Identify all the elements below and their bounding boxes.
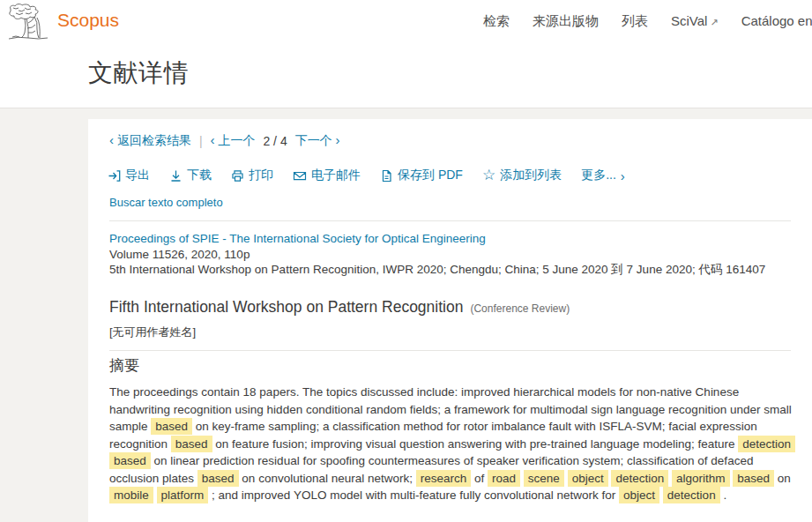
- email-icon: [293, 169, 307, 183]
- previous-document-link[interactable]: ‹ 上一个: [211, 132, 256, 149]
- highlighted-term: platform: [157, 487, 209, 503]
- abstract-text: The proceedings contain 18 papers. The t…: [109, 384, 795, 504]
- back-to-results-link[interactable]: ‹ 返回检索结果: [109, 132, 191, 149]
- chevron-left-icon: ‹: [211, 132, 215, 147]
- highlighted-term: based: [151, 418, 192, 435]
- highlighted-term: research: [416, 470, 472, 487]
- separator: |: [199, 134, 203, 148]
- highlighted-term: based: [733, 470, 774, 487]
- email-button[interactable]: 电子邮件: [293, 168, 361, 183]
- highlighted-term: road: [488, 470, 520, 487]
- source-title-link[interactable]: Proceedings of SPIE - The International …: [109, 232, 486, 245]
- highlighted-term: object: [619, 487, 659, 503]
- authors-note: [无可用作者姓名]: [109, 324, 196, 340]
- print-icon: [231, 169, 244, 183]
- conference-line: 5th International Workshop on Pattern Re…: [109, 262, 793, 278]
- document-toolbar: 导出 下载 打印 电子邮件 保存到 PDF ☆ 添加到列表 更多... ›: [108, 168, 625, 183]
- highlighted-term: algorithm: [672, 470, 730, 487]
- star-icon: ☆: [482, 169, 495, 182]
- highlighted-term: detection: [611, 470, 668, 487]
- scopus-logo[interactable]: Scopus: [57, 10, 119, 31]
- print-button[interactable]: 打印: [231, 168, 273, 183]
- highlighted-term: detection: [663, 487, 720, 503]
- chevron-right-icon: ›: [336, 132, 340, 147]
- add-to-list-button[interactable]: ☆ 添加到列表: [482, 168, 562, 183]
- nav-search[interactable]: 检索: [483, 13, 510, 30]
- highlighted-term: object: [568, 470, 608, 487]
- volume-line: Volume 11526, 2020, 110p: [109, 247, 793, 263]
- full-text-link[interactable]: Buscar texto completo: [109, 196, 223, 209]
- export-button[interactable]: 导出: [108, 168, 150, 183]
- abstract-heading: 摘要: [109, 355, 139, 376]
- highlighted-term: scene: [524, 470, 564, 487]
- external-link-icon: ↗: [710, 17, 718, 27]
- highlighted-term: detection: [738, 436, 795, 452]
- nav-scival[interactable]: SciVal↗: [671, 13, 719, 30]
- results-pagination: ‹ 返回检索结果 | ‹ 上一个 2 / 4 下一个 ›: [109, 132, 340, 149]
- export-icon: [108, 169, 121, 183]
- nav-sources[interactable]: 来源出版物: [533, 13, 599, 30]
- divider: [109, 350, 791, 351]
- download-button[interactable]: 下载: [169, 168, 212, 183]
- elsevier-tree-logo: [7, 4, 49, 41]
- next-document-link[interactable]: 下一个 ›: [295, 132, 340, 149]
- pdf-document-icon: [380, 169, 393, 183]
- header: Scopus 检索 来源出版物 列表 SciVal↗ Catálogo en l…: [0, 0, 812, 108]
- save-to-pdf-button[interactable]: 保存到 PDF: [380, 168, 463, 183]
- document-counter: 2 / 4: [263, 134, 287, 148]
- highlighted-term: based: [171, 436, 212, 452]
- publication-info: Proceedings of SPIE - The International …: [109, 231, 793, 278]
- document-detail-panel: ‹ 返回检索结果 | ‹ 上一个 2 / 4 下一个 › 导出 下载 打印 电子…: [88, 119, 812, 522]
- document-type-badge: (Conference Review): [470, 302, 570, 315]
- chevron-right-icon: ›: [621, 168, 625, 183]
- more-button[interactable]: 更多... ›: [581, 168, 625, 183]
- top-navigation: 检索 来源出版物 列表 SciVal↗ Catálogo en l: [483, 13, 812, 30]
- highlighted-term: based: [109, 452, 151, 469]
- document-title-row: Fifth International Workshop on Pattern …: [109, 298, 793, 317]
- document-title: Fifth International Workshop on Pattern …: [109, 298, 463, 316]
- divider: [109, 220, 791, 221]
- highlighted-term: based: [197, 470, 239, 487]
- page-title: 文献详情: [88, 56, 189, 90]
- chevron-left-icon: ‹: [109, 132, 114, 147]
- nav-catalogo[interactable]: Catálogo en l: [741, 13, 812, 30]
- highlighted-term: mobile: [109, 487, 153, 503]
- download-icon: [169, 169, 183, 183]
- nav-lists[interactable]: 列表: [622, 13, 648, 30]
